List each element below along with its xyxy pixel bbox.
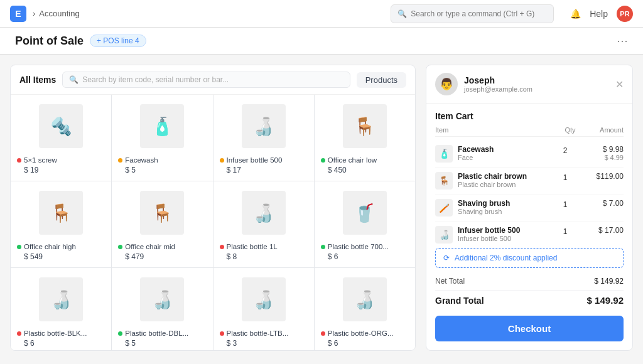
cart-item-qty: 1 <box>556 226 575 236</box>
product-name: Facewash <box>118 156 158 164</box>
product-name: Plastic bottle 700... <box>321 243 389 250</box>
product-name: Infuser bottle 500 <box>220 156 283 164</box>
page-title-row: Point of Sale + POS line 4 <box>15 35 146 48</box>
right-panel: 👨 Joseph joseph@example.com ✕ Item Cart … <box>426 65 633 351</box>
topnav: E › Accounting 🔍 Search or type a comman… <box>0 0 643 28</box>
search-icon: 🔍 <box>397 9 407 18</box>
totals-section: Net Total $ 149.92 Grand Total $ 149.92 <box>426 274 632 316</box>
product-image: 🔩 <box>17 101 105 151</box>
product-price: $ 479 <box>125 252 144 261</box>
product-card[interactable]: 🧴 Facewash $ 5 <box>112 95 212 181</box>
product-card[interactable]: 🍶 Plastic bottle-ORG... $ 6 <box>315 268 415 350</box>
product-name: Plastic bottle 1L <box>220 243 278 250</box>
product-emoji: 🍶 <box>242 104 286 148</box>
product-status-dot <box>321 158 325 163</box>
product-status-dot <box>17 158 21 163</box>
product-status-dot <box>17 331 21 336</box>
product-card[interactable]: 🥤 Plastic bottle 700... $ 6 <box>315 181 415 267</box>
product-image: 🪑 <box>118 188 206 238</box>
page-title: Point of Sale <box>15 35 84 48</box>
product-price: $ 19 <box>24 166 38 174</box>
item-search-bar[interactable]: 🔍 Search by item code, serial number or … <box>62 72 350 88</box>
cart-item: 🧴 Facewash Face 2 $ 9.98 $ 4.99 <box>435 141 624 168</box>
product-card[interactable]: 🪑 Office chair mid $ 479 <box>112 181 212 267</box>
cart-section: Item Cart Item Qty Amount 🧴 Facewash Fac… <box>426 104 632 248</box>
product-emoji: 🍶 <box>140 277 184 321</box>
product-status-dot <box>220 245 224 249</box>
checkout-button[interactable]: Checkout <box>435 316 624 341</box>
product-name: 5×1 screw <box>17 156 57 164</box>
product-image: 🍶 <box>118 274 206 324</box>
col-amount-header: Amount <box>580 126 624 134</box>
product-price: $ 5 <box>125 166 136 174</box>
cart-item-name: Shaving brush <box>458 199 551 208</box>
grand-total-label: Grand Total <box>435 296 484 306</box>
net-total-value: $ 149.92 <box>594 277 624 286</box>
chevron-right-icon: › <box>33 9 35 18</box>
product-emoji: 🍶 <box>39 277 83 321</box>
cart-item: 🪑 Plastic chair brown Plastic chair brow… <box>435 168 624 195</box>
products-tab[interactable]: Products <box>357 72 406 88</box>
cart-item-qty: 2 <box>556 145 575 155</box>
product-card[interactable]: 🍶 Infuser bottle 500 $ 17 <box>213 95 314 181</box>
discount-text: Additional 2% discount applied <box>455 254 557 262</box>
product-card[interactable]: 🔩 5×1 screw $ 19 <box>11 95 111 181</box>
discount-banner: ⟳ Additional 2% discount applied <box>435 248 624 268</box>
cart-item-sub: Face <box>458 154 551 161</box>
search-icon: 🔍 <box>69 75 78 84</box>
cart-header-row: Item Qty Amount <box>435 126 624 137</box>
app-logo[interactable]: E <box>10 6 26 22</box>
user-avatar[interactable]: PR <box>617 6 633 22</box>
breadcrumb: › Accounting <box>33 9 80 18</box>
product-name: Plastic bottle-BLK... <box>17 329 87 337</box>
cart-item-name: Facewash <box>458 145 551 154</box>
product-name: Plastic bottle-ORG... <box>321 329 394 337</box>
cart-item-qty: 1 <box>556 172 575 182</box>
product-card[interactable]: 🪑 Office chair low $ 450 <box>315 95 415 181</box>
grand-total-value: $ 149.92 <box>587 295 624 306</box>
product-card[interactable]: 🍶 Plastic bottle-BLK... $ 6 <box>11 268 111 350</box>
product-price: $ 3 <box>227 339 237 348</box>
product-image: 🪑 <box>17 188 105 238</box>
product-emoji: 🧴 <box>140 104 184 148</box>
product-status-dot <box>321 331 325 336</box>
grand-total-row: Grand Total $ 149.92 <box>435 291 624 309</box>
cart-item-name: Infuser bottle 500 <box>458 226 551 235</box>
search-placeholder: Search by item code, serial number or ba… <box>82 75 229 84</box>
product-image: 🧴 <box>118 101 206 151</box>
products-grid: 🔩 5×1 screw $ 19 🧴 Facewash $ 5 🍶 Infu <box>11 95 415 350</box>
cart-title: Item Cart <box>435 111 624 121</box>
product-price: $ 6 <box>328 339 338 348</box>
product-emoji: 🥤 <box>343 191 387 235</box>
more-options-icon[interactable]: ⋯ <box>617 34 628 48</box>
cart-item-info: Infuser bottle 500 Infuser bottle 500 <box>458 226 551 242</box>
product-status-dot <box>220 331 224 336</box>
all-items-label: All Items <box>19 75 56 85</box>
cart-item-price: $ 9.98 $ 4.99 <box>580 145 624 161</box>
global-search[interactable]: 🔍 Search or type a command (Ctrl + G) <box>391 4 554 23</box>
cart-item-icon: 🧴 <box>435 145 453 163</box>
product-image: 🍶 <box>220 274 308 324</box>
product-image: 🍶 <box>220 188 308 238</box>
cart-item-icon: 🍶 <box>435 226 453 244</box>
product-name: Office chair mid <box>118 243 175 250</box>
product-price: $ 549 <box>24 252 43 261</box>
product-image: 🪑 <box>321 101 409 151</box>
notification-bell-icon[interactable]: 🔔 <box>570 9 581 19</box>
col-qty-header: Qty <box>561 126 580 134</box>
product-card[interactable]: 🍶 Plastic bottle-LTB... $ 3 <box>213 268 314 350</box>
product-card[interactable]: 🪑 Office chair high $ 549 <box>11 181 111 267</box>
pos-badge[interactable]: + POS line 4 <box>90 35 146 47</box>
product-emoji: 🪑 <box>343 104 387 148</box>
net-total-label: Net Total <box>435 277 465 286</box>
close-customer-button[interactable]: ✕ <box>615 78 624 90</box>
product-price: $ 450 <box>328 166 347 174</box>
discount-icon: ⟳ <box>443 254 450 262</box>
product-card[interactable]: 🍶 Plastic bottle 1L $ 8 <box>213 181 314 267</box>
help-button[interactable]: Help <box>590 9 608 19</box>
product-emoji: 🪑 <box>39 191 83 235</box>
product-card[interactable]: 🍶 Plastic bottle-DBL... $ 5 <box>112 268 212 350</box>
product-price: $ 17 <box>227 166 241 174</box>
product-emoji: 🍶 <box>242 191 286 235</box>
product-status-dot <box>118 158 122 163</box>
